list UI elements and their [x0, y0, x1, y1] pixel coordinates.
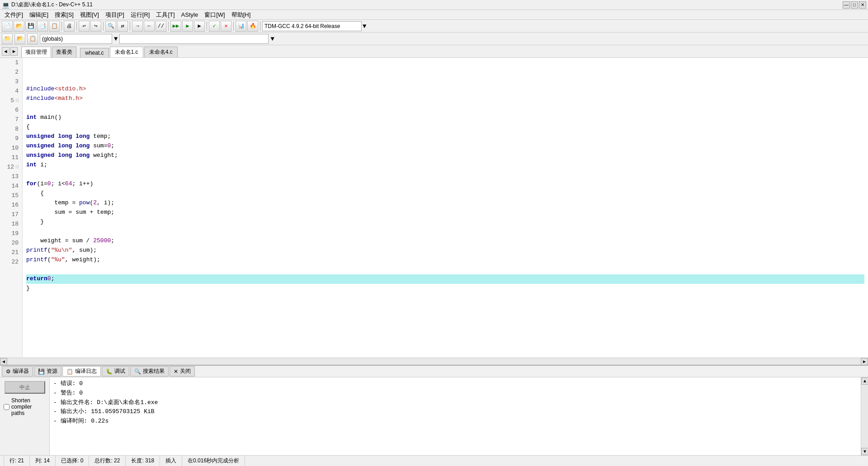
menu-item-f[interactable]: 文件[F]: [2, 10, 26, 20]
bottom-tab-搜索结果[interactable]: 🔍 搜索结果: [130, 366, 169, 377]
vscroll-down-button[interactable]: ▼: [861, 448, 868, 455]
code-area[interactable]: 12345 □6789101112 □13141516171819202122 …: [0, 58, 868, 358]
output-line: - 输出大小: 151.0595703125 KiB: [53, 407, 857, 417]
sidebar-tab-class[interactable]: 查看类: [52, 47, 76, 57]
close-file-button[interactable]: 📋: [49, 21, 60, 32]
function-input[interactable]: [119, 34, 269, 44]
compile-button[interactable]: ▶: [182, 21, 193, 32]
find-button[interactable]: 🔍: [105, 21, 116, 32]
vscroll-up-button[interactable]: ▲: [861, 377, 868, 385]
new-file-button[interactable]: 📄: [2, 21, 13, 32]
profile-button[interactable]: 🔥: [247, 21, 258, 32]
bottom-tab-调试[interactable]: 🐛 调试: [102, 366, 129, 377]
debug-button[interactable]: 📊: [236, 21, 246, 32]
code-line-4[interactable]: int main(): [26, 113, 864, 122]
code-line-20[interactable]: [26, 265, 864, 274]
hscroll-left-button[interactable]: ◀: [0, 358, 7, 365]
menu-item-p[interactable]: 项目[P]: [103, 10, 127, 20]
vscroll-track[interactable]: [861, 385, 868, 448]
code-line-3[interactable]: [26, 104, 864, 113]
menu-item-h[interactable]: 帮助[H]: [229, 10, 254, 20]
code-line-12[interactable]: {: [26, 189, 864, 198]
code-line-21[interactable]: return 0;: [26, 274, 864, 284]
fold-icon[interactable]: □: [16, 97, 19, 104]
bottom-tab-关闭[interactable]: ✕ 关闭: [170, 366, 195, 377]
project-open-button[interactable]: 📂: [14, 33, 25, 44]
hscroll-right-button[interactable]: ▶: [861, 358, 868, 365]
line-num-8: 8: [4, 124, 19, 134]
code-line-15[interactable]: }: [26, 217, 864, 227]
code-line-14[interactable]: sum = sum + temp;: [26, 208, 864, 217]
save-file-button[interactable]: 💾: [25, 21, 36, 32]
check-syntax-button[interactable]: ✓: [209, 21, 220, 32]
code-content[interactable]: #include <stdio.h>#include <math.h>int m…: [23, 58, 868, 358]
bottom-tab-资源[interactable]: 💾 资源: [34, 366, 61, 377]
template-button[interactable]: 📋: [27, 33, 38, 44]
bottom-tab-编译器[interactable]: ⚙ 编译器: [2, 366, 33, 377]
minimize-button[interactable]: —: [843, 1, 850, 9]
code-line-11[interactable]: for(i=0; i<64; i++): [26, 179, 864, 189]
hscroll-track[interactable]: [7, 358, 861, 365]
file-tab-unnamed1[interactable]: 未命名1.c: [110, 47, 143, 57]
code-line-1[interactable]: #include <stdio.h>: [26, 85, 864, 94]
fold-icon[interactable]: □: [16, 164, 19, 170]
compile-vscrollbar[interactable]: ▲ ▼: [861, 377, 868, 455]
bottom-tab-编译日志[interactable]: 📋 编译日志: [62, 366, 101, 377]
shorten-paths-checkbox[interactable]: [4, 404, 9, 410]
code-line-5[interactable]: {: [26, 122, 864, 132]
replace-button[interactable]: ⇄: [117, 21, 128, 32]
run-button[interactable]: ▶: [194, 21, 205, 32]
compiler-dropdown[interactable]: TDM-GCC 4.9.2 64-bit Release: [262, 21, 362, 31]
code-line-17[interactable]: weight = sum / 25000;: [26, 236, 864, 246]
compiler-dropdown-arrow[interactable]: ▼: [363, 23, 366, 30]
menu-item-r[interactable]: 运行[R]: [128, 10, 153, 20]
title-text: D:\桌面\未命名1.c - Dev-C++ 5.11: [11, 1, 93, 9]
menu-item-w[interactable]: 窗口[W]: [202, 10, 228, 20]
nav-back-button[interactable]: ◀: [2, 47, 9, 56]
code-line-16[interactable]: [26, 227, 864, 236]
project-new-button[interactable]: 📁: [2, 33, 13, 44]
save-all-button[interactable]: 📑: [37, 21, 48, 32]
globals-dropdown[interactable]: (globals): [40, 34, 112, 44]
menu-item-v[interactable]: 视图[V]: [77, 10, 102, 20]
comment-button[interactable]: //: [156, 21, 166, 32]
code-line-18[interactable]: printf("%u\n", sum);: [26, 246, 864, 255]
horizontal-scrollbar[interactable]: ◀ ▶: [0, 358, 868, 365]
file-tab-wheat[interactable]: wheat.c: [80, 48, 108, 57]
indent-button[interactable]: →: [132, 21, 143, 32]
line-num-10: 10: [4, 143, 19, 153]
code-line-22[interactable]: }: [26, 284, 864, 293]
app-icon: 💻: [2, 1, 9, 9]
code-line-9[interactable]: int i;: [26, 160, 864, 170]
menu-item-t[interactable]: 工具[T]: [153, 10, 177, 20]
globals-dropdown-arrow[interactable]: ▼: [114, 35, 118, 42]
function-dropdown-arrow[interactable]: ▼: [270, 35, 274, 42]
stop-button[interactable]: ✕: [221, 21, 231, 32]
menu-item-s[interactable]: 搜索[S]: [52, 10, 76, 20]
menu-item-astyle[interactable]: AStyle: [179, 10, 201, 19]
stop-compile-button[interactable]: 中止: [5, 381, 45, 394]
code-line-10[interactable]: [26, 170, 864, 179]
code-line-7[interactable]: unsigned long long sum=0;: [26, 141, 864, 151]
code-line-8[interactable]: unsigned long long weight;: [26, 151, 864, 160]
status-insert: 插入: [160, 456, 182, 466]
print-button[interactable]: 🖨: [64, 21, 75, 32]
output-line: - 错误: 0: [53, 379, 857, 389]
nav-forward-button[interactable]: ▶: [10, 47, 18, 56]
open-file-button[interactable]: 📂: [14, 21, 24, 32]
compile-run-button[interactable]: ▶▶: [170, 21, 181, 32]
code-line-19[interactable]: printf("%u", weight);: [26, 255, 864, 265]
redo-button[interactable]: ↪: [90, 21, 101, 32]
code-line-13[interactable]: temp = pow(2, i);: [26, 198, 864, 208]
line-num-4: 4: [4, 86, 19, 96]
close-button[interactable]: ✕: [859, 1, 866, 9]
sidebar-tab-project[interactable]: 项目管理: [21, 47, 51, 57]
unindent-button[interactable]: ←: [144, 21, 155, 32]
code-line-2[interactable]: #include <math.h>: [26, 94, 864, 104]
main-area: 12345 □6789101112 □13141516171819202122 …: [0, 58, 868, 365]
maximize-button[interactable]: □: [851, 1, 858, 9]
menu-item-e[interactable]: 编辑[E]: [27, 10, 51, 20]
undo-button[interactable]: ↩: [79, 21, 90, 32]
file-tab-unnamed4[interactable]: 未命名4.c: [144, 47, 178, 57]
code-line-6[interactable]: unsigned long long temp;: [26, 132, 864, 141]
